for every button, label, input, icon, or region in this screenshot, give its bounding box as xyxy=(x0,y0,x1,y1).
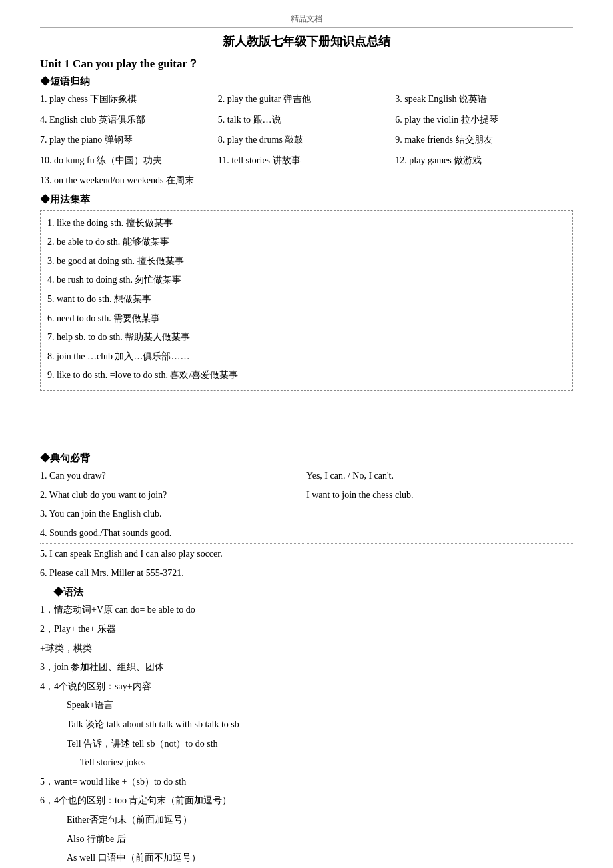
dianju-row-5: 5. I can speak English and I can also pl… xyxy=(40,545,573,563)
yongfa-item-9: 9. like to do sth. =love to do sth. 喜欢/喜… xyxy=(47,367,566,385)
section-yongfa-title: ◆用法集萃 xyxy=(40,193,573,206)
duanyu-item-7: 7. play the piano 弹钢琴 xyxy=(40,131,218,149)
duanyu-item-5: 5. talk to 跟…说 xyxy=(218,111,396,129)
dianju-row-4: 4. Sounds good./That sounds good. xyxy=(40,525,573,545)
yufa-item-11: Either否定句末（前面加逗号） xyxy=(40,811,573,829)
yongfa-item-2: 2. be able to do sth. 能够做某事 xyxy=(47,233,566,251)
dianju-left-4: 4. Sounds good./That sounds good. xyxy=(40,528,171,538)
yongfa-item-8: 8. join the …club 加入…俱乐部…… xyxy=(47,348,566,366)
duanyu-item-4: 4. English club 英语俱乐部 xyxy=(40,111,218,129)
top-label: 精品文档 xyxy=(40,13,573,28)
duanyu-item-2: 2. play the guitar 弹吉他 xyxy=(218,91,396,109)
dianju-left-6: 6. Please call Mrs. Miller at 555-3721. xyxy=(40,568,184,578)
duanyu-row5: 13. on the weekend/on weekends 在周末 xyxy=(40,172,573,189)
yufa-item-2: +球类，棋类 xyxy=(40,640,573,658)
yufa-item-3: 3，join 参加社团、组织、团体 xyxy=(40,659,573,677)
dianju-right-1: Yes, I can. / No, I can't. xyxy=(306,467,573,485)
yufa-item-12: Also 行前be 后 xyxy=(40,831,573,849)
dianju-row-6: 6. Please call Mrs. Miller at 555-3721. xyxy=(40,565,573,583)
duanyu-row1: 1. play chess 下国际象棋 2. play the guitar 弹… xyxy=(40,91,573,109)
duanyu-row4: 10. do kung fu 练（中国）功夫 11. tell stories … xyxy=(40,152,573,170)
duanyu-item-1: 1. play chess 下国际象棋 xyxy=(40,91,218,109)
yufa-items: 1，情态动词+V原 can do= be able to do 2，Play+ … xyxy=(40,601,573,868)
dianju-left-1: 1. Can you draw? xyxy=(40,467,306,485)
duanyu-item-10: 10. do kung fu 练（中国）功夫 xyxy=(40,152,218,170)
yufa-item-1: 2，Play+ the+ 乐器 xyxy=(40,621,573,639)
yufa-item-0: 1，情态动词+V原 can do= be able to do xyxy=(40,601,573,619)
dianju-items: 1. Can you draw? Yes, I can. / No, I can… xyxy=(40,467,573,583)
duanyu-item-8: 8. play the drums 敲鼓 xyxy=(218,131,396,149)
dianju-right-2: I want to join the chess club. xyxy=(306,487,573,505)
dianju-row-1: 1. Can you draw? Yes, I can. / No, I can… xyxy=(40,467,573,485)
yufa-item-5: Speak+语言 xyxy=(40,697,573,715)
duanyu-item-3: 3. speak English 说英语 xyxy=(395,91,573,109)
duanyu-row3: 7. play the piano 弹钢琴 8. play the drums … xyxy=(40,131,573,149)
unit-title: Unit 1 Can you play the guitar？ xyxy=(40,56,573,71)
yongfa-item-3: 3. be good at doing sth. 擅长做某事 xyxy=(47,253,566,271)
section-yufa-title: ◆语法 xyxy=(40,586,573,599)
yongfa-item-4: 4. be rush to doing sth. 匆忙做某事 xyxy=(47,271,566,289)
duanyu-item-6: 6. play the violin 拉小提琴 xyxy=(395,111,573,129)
yufa-item-8: Tell stories/ jokes xyxy=(40,754,573,772)
duanyu-item-9: 9. make friends 结交朋友 xyxy=(395,131,573,149)
main-title: 新人教版七年级下册知识点总结 xyxy=(40,33,573,49)
yongfa-dashed-box: 1. like the doing sth. 擅长做某事 2. be able … xyxy=(40,210,573,391)
section-duanyu-title: ◆短语归纳 xyxy=(40,75,573,88)
yufa-item-7: Tell 告诉，讲述 tell sb（not）to do sth xyxy=(40,735,573,753)
dianju-left-3: 3. You can join the English club. xyxy=(40,509,161,519)
yongfa-item-6: 6. need to do sth. 需要做某事 xyxy=(47,310,566,328)
duanyu-item-12: 12. play games 做游戏 xyxy=(395,152,573,170)
section-dianju-title: ◆典句必背 xyxy=(40,452,573,465)
dianju-row-2: 2. What club do you want to join? I want… xyxy=(40,487,573,505)
yufa-item-4: 4，4个说的区别：say+内容 xyxy=(40,678,573,696)
yufa-item-6: Talk 谈论 talk about sth talk with sb talk… xyxy=(40,716,573,734)
dianju-left-5: 5. I can speak English and I can also pl… xyxy=(40,549,223,559)
yufa-item-10: 6，4个也的区别：too 肯定句末（前面加逗号） xyxy=(40,792,573,810)
yongfa-item-7: 7. help sb. to do sth. 帮助某人做某事 xyxy=(47,329,566,347)
dianju-row-3: 3. You can join the English club. xyxy=(40,505,573,523)
yongfa-item-1: 1. like the doing sth. 擅长做某事 xyxy=(47,215,566,233)
dianju-left-2: 2. What club do you want to join? xyxy=(40,487,306,505)
yufa-item-13: As well 口语中（前面不加逗号） xyxy=(40,849,573,867)
yongfa-item-5: 5. want to do sth. 想做某事 xyxy=(47,291,566,309)
duanyu-row2: 4. English club 英语俱乐部 5. talk to 跟…说 6. … xyxy=(40,111,573,129)
yufa-item-9: 5，want= would like +（sb）to do sth xyxy=(40,773,573,791)
duanyu-item-11: 11. tell stories 讲故事 xyxy=(218,152,396,170)
